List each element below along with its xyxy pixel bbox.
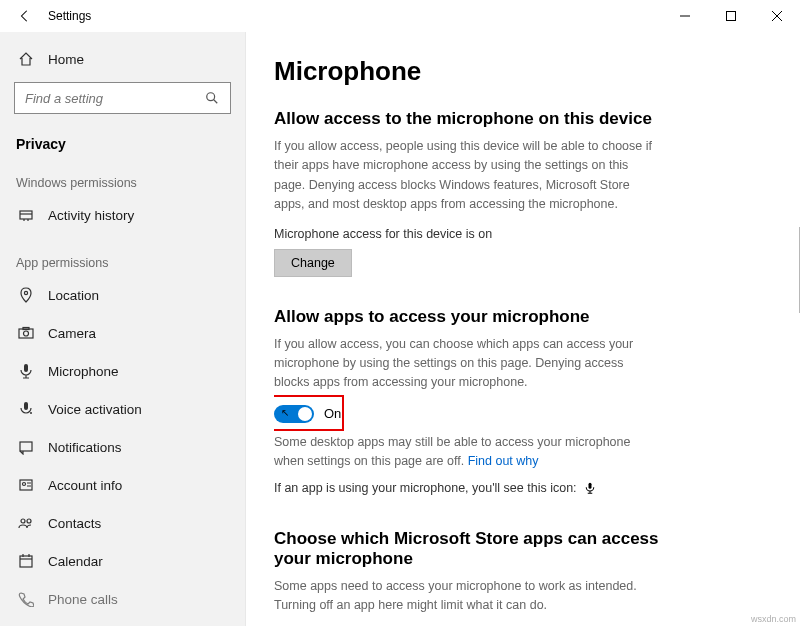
sidebar-item-contacts[interactable]: Contacts [0,504,245,542]
svg-point-10 [24,291,27,294]
change-button[interactable]: Change [274,249,352,277]
search-icon [204,90,220,106]
back-button[interactable] [18,9,32,23]
search-box[interactable] [14,82,231,114]
svg-point-21 [27,519,31,523]
sidebar-item-voice-activation[interactable]: Voice activation [0,390,245,428]
sidebar-item-microphone[interactable]: Microphone [0,352,245,390]
sidebar-item-camera[interactable]: Camera [0,314,245,352]
search-input[interactable] [25,91,204,106]
svg-rect-22 [20,556,32,567]
home-icon [18,51,34,67]
svg-rect-26 [589,483,592,489]
location-icon [18,287,34,303]
contacts-icon [18,515,34,531]
section1-desc: If you allow access, people using this d… [274,137,654,215]
watermark: wsxdn.com [751,614,796,624]
section2-title: Allow apps to access your microphone [274,307,768,327]
sidebar-group-app-permissions: App permissions [0,234,245,276]
sidebar-item-account-info[interactable]: Account info [0,466,245,504]
page-title: Microphone [274,56,768,87]
camera-icon [18,325,34,341]
sidebar-item-label: Microphone [48,364,119,379]
sidebar-item-calendar[interactable]: Calendar [0,542,245,580]
sidebar-item-label: Voice activation [48,402,142,417]
section2-desc: If you allow access, you can choose whic… [274,335,654,393]
svg-rect-15 [24,402,28,410]
phone-icon [18,591,34,607]
section1-title: Allow access to the microphone on this d… [274,109,768,129]
sidebar: Home Privacy Windows permissions Activit… [0,32,246,626]
svg-rect-18 [20,480,32,490]
sidebar-item-phone-calls[interactable]: Phone calls [0,580,245,618]
sidebar-item-label: Contacts [48,516,101,531]
section3-desc: Some apps need to access your microphone… [274,577,654,616]
sidebar-item-label: Notifications [48,440,122,455]
sidebar-item-label: Camera [48,326,96,341]
find-out-why-link[interactable]: Find out why [468,454,539,468]
svg-rect-11 [19,329,33,338]
sidebar-item-label: Phone calls [48,592,118,607]
window-title: Settings [48,9,91,23]
maximize-button[interactable] [708,0,754,32]
sidebar-item-label: Calendar [48,554,103,569]
notifications-icon [18,439,34,455]
svg-point-20 [21,519,25,523]
sidebar-item-activity-history[interactable]: Activity history [0,196,245,234]
svg-rect-14 [24,364,28,372]
sidebar-item-label: Account info [48,478,122,493]
account-info-icon [18,477,34,493]
content-area: Microphone Allow access to the microphon… [246,32,800,626]
calendar-icon [18,553,34,569]
microphone-icon [18,363,34,379]
section2-note1: Some desktop apps may still be able to a… [274,433,654,472]
sidebar-section-privacy: Privacy [0,124,245,154]
svg-rect-1 [727,12,736,21]
sidebar-item-label: Location [48,288,99,303]
sidebar-item-location[interactable]: Location [0,276,245,314]
section3-title: Choose which Microsoft Store apps can ac… [274,529,674,569]
voice-activation-icon [18,401,34,417]
section2-note2: If an app is using your microphone, you'… [274,479,654,498]
sidebar-item-label: Activity history [48,208,134,223]
minimize-button[interactable] [662,0,708,32]
sidebar-item-notifications[interactable]: Notifications [0,428,245,466]
svg-rect-6 [20,211,32,219]
mic-indicator-icon [584,481,600,497]
activity-history-icon [18,207,34,223]
toggle-thumb [298,407,312,421]
sidebar-home-label: Home [48,52,84,67]
sidebar-home[interactable]: Home [0,40,245,78]
svg-point-12 [24,331,29,336]
close-button[interactable] [754,0,800,32]
device-access-status: Microphone access for this device is on [274,227,768,241]
svg-point-4 [207,93,215,101]
allow-apps-toggle[interactable]: ↖ [274,405,314,423]
svg-line-5 [214,100,218,104]
svg-point-16 [30,412,32,414]
sidebar-group-windows-permissions: Windows permissions [0,154,245,196]
svg-rect-17 [20,442,32,451]
svg-point-19 [23,483,26,486]
cursor-icon: ↖ [281,407,289,418]
toggle-label: On [324,406,341,421]
